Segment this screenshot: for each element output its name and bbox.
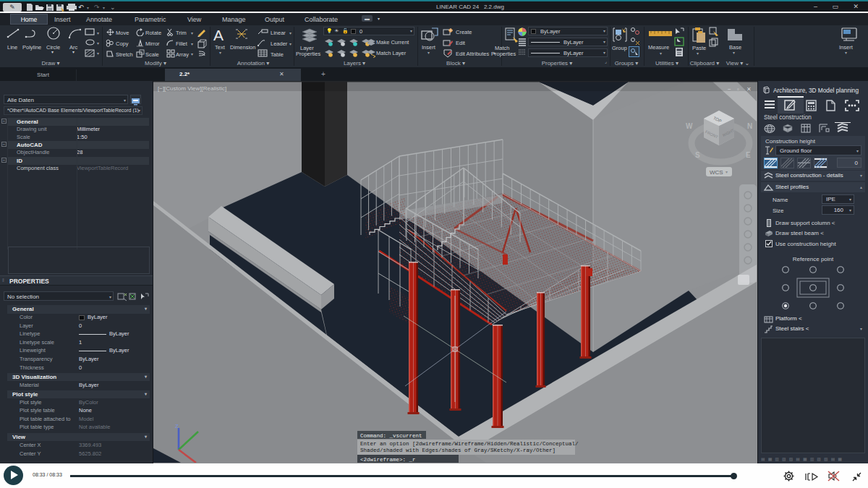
svg-text:✕: ✕ [746,86,752,93]
svg-text:W: W [686,122,693,130]
svg-text:<2dwireframe>: _r: <2dwireframe>: _r [360,457,416,463]
svg-text:Command: _vscurrent: Command: _vscurrent [360,433,422,439]
svg-text:Z: Z [175,423,179,429]
svg-text:N: N [747,122,752,130]
svg-text:Enter an option [2dwireframe/W: Enter an option [2dwireframe/Wireframe/H… [360,441,579,447]
svg-text:▾: ▾ [726,170,728,174]
svg-text:▫: ▫ [737,86,739,93]
svg-text:E: E [746,151,751,159]
svg-text:[−][Custom View][Realistic]: [−][Custom View][Realistic] [158,85,226,92]
svg-text:WCS: WCS [710,169,723,176]
svg-text:S: S [695,151,700,159]
svg-text:−: − [728,86,731,93]
svg-text:Shaded/shaded with Edges/shade: Shaded/shaded with Edges/shades of Gray/… [360,448,556,453]
